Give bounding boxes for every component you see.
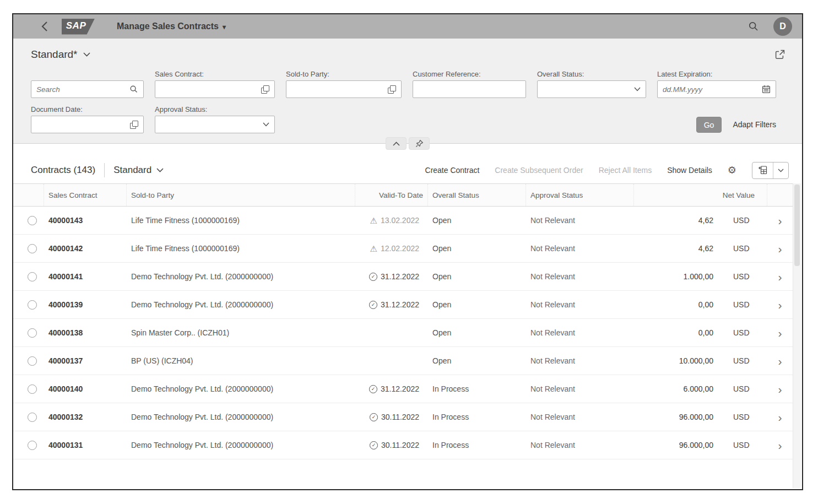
sold-to-party-input[interactable] bbox=[291, 85, 384, 94]
warning-icon bbox=[370, 245, 377, 253]
create-subsequent-order-button[interactable]: Create Subsequent Order bbox=[495, 166, 583, 175]
approval-status-label: Approval Status: bbox=[155, 105, 275, 116]
document-date-input[interactable] bbox=[36, 121, 127, 129]
sales-contract-label: Sales Contract: bbox=[155, 69, 275, 80]
cell-sales-contract: 40000139 bbox=[44, 300, 127, 309]
row-select-radio[interactable] bbox=[28, 413, 37, 422]
header-navigation-column bbox=[767, 184, 793, 206]
check-circle-icon bbox=[370, 413, 378, 421]
row-navigate-icon[interactable] bbox=[778, 243, 782, 254]
table-view-selector[interactable]: Standard bbox=[113, 165, 164, 176]
chevron-down-icon bbox=[156, 168, 164, 172]
table-toolbar: Contracts (143) Standard Create Contract… bbox=[13, 157, 802, 183]
title-dropdown-icon bbox=[223, 21, 226, 31]
export-spreadsheet-icon bbox=[758, 165, 768, 175]
value-help-icon[interactable] bbox=[388, 85, 396, 94]
search-input[interactable] bbox=[36, 85, 126, 94]
cell-approval-status: Not Relevant bbox=[526, 356, 634, 365]
cell-currency: USD bbox=[721, 328, 767, 337]
cell-overall-status: Open bbox=[428, 272, 526, 281]
row-navigate-icon[interactable] bbox=[778, 440, 782, 451]
value-help-icon[interactable] bbox=[261, 85, 269, 94]
table-row[interactable]: 40000137 BP (US) (ICZH04) Open Not Relev… bbox=[13, 347, 793, 375]
share-button[interactable] bbox=[774, 49, 786, 60]
table-row[interactable]: 40000141 Demo Technology Pvt. Ltd. (2000… bbox=[13, 263, 793, 291]
app-title-menu[interactable]: Manage Sales Contracts bbox=[117, 21, 226, 31]
column-header-approval-status[interactable]: Approval Status bbox=[526, 184, 634, 206]
row-navigate-icon[interactable] bbox=[778, 299, 782, 311]
sap-logo-text: SAP bbox=[66, 20, 86, 31]
row-select-radio[interactable] bbox=[28, 441, 37, 450]
cell-sales-contract: 40000132 bbox=[44, 413, 127, 421]
vertical-scrollbar[interactable] bbox=[793, 183, 801, 488]
header-selection-column bbox=[13, 184, 44, 206]
table-row[interactable]: 40000131 Demo Technology Pvt. Ltd. (2000… bbox=[13, 431, 793, 459]
cell-overall-status: Open bbox=[428, 216, 526, 225]
column-header-sold-to-party[interactable]: Sold-to Party bbox=[127, 184, 355, 206]
table-row[interactable]: 40000139 Demo Technology Pvt. Ltd. (2000… bbox=[13, 291, 793, 319]
user-avatar[interactable]: D bbox=[773, 17, 792, 36]
row-navigate-icon[interactable] bbox=[778, 411, 782, 423]
adapt-filters-button[interactable]: Adapt Filters bbox=[733, 117, 776, 133]
row-navigate-icon[interactable] bbox=[778, 271, 782, 283]
back-button[interactable] bbox=[39, 20, 51, 32]
latest-expiration-input[interactable] bbox=[663, 85, 759, 94]
go-button[interactable]: Go bbox=[696, 117, 722, 133]
filter-bar-toggles bbox=[386, 137, 430, 150]
value-help-icon[interactable] bbox=[130, 121, 138, 129]
cell-currency: USD bbox=[721, 384, 767, 393]
row-navigate-icon[interactable] bbox=[778, 355, 782, 367]
table-section: Contracts (143) Standard Create Contract… bbox=[13, 144, 802, 489]
row-select-radio[interactable] bbox=[28, 244, 37, 253]
field-sales-contract: Sales Contract: bbox=[155, 69, 275, 98]
check-circle-icon bbox=[370, 441, 378, 449]
row-select-radio[interactable] bbox=[28, 384, 37, 394]
calendar-icon[interactable] bbox=[762, 85, 771, 94]
row-navigate-icon[interactable] bbox=[778, 215, 782, 226]
scrollbar-thumb[interactable] bbox=[794, 185, 800, 266]
table-row[interactable]: 40000142 Life Time Fitness (1000000169) … bbox=[13, 235, 793, 263]
row-select-radio[interactable] bbox=[28, 272, 37, 281]
table-row[interactable]: 40000143 Life Time Fitness (1000000169) … bbox=[13, 207, 793, 235]
column-header-overall-status[interactable]: Overall Status bbox=[428, 184, 526, 206]
row-select-radio[interactable] bbox=[28, 328, 37, 338]
sales-contract-input[interactable] bbox=[160, 85, 258, 94]
export-menu-button[interactable] bbox=[773, 162, 788, 178]
customer-reference-input[interactable] bbox=[418, 85, 521, 94]
column-header-sales-contract[interactable]: Sales Contract bbox=[44, 184, 127, 206]
sap-logo[interactable]: SAP bbox=[62, 19, 95, 35]
table-row[interactable]: 40000138 Spin Master Corp.. (ICZH01) Ope… bbox=[13, 319, 793, 347]
field-approval-status: Approval Status: bbox=[155, 105, 275, 133]
table-settings-button[interactable] bbox=[728, 165, 736, 175]
overall-status-select[interactable] bbox=[537, 80, 646, 98]
column-header-valid-to-date[interactable]: Valid-To Date bbox=[355, 184, 428, 206]
cell-net-value: 10.000,00 bbox=[634, 356, 721, 365]
row-select-radio[interactable] bbox=[28, 356, 37, 366]
check-circle-icon bbox=[369, 273, 377, 281]
variant-selector[interactable]: Standard* bbox=[31, 48, 90, 61]
valid-to-date-text: 12.02.2022 bbox=[381, 244, 419, 253]
reject-all-items-button[interactable]: Reject All Items bbox=[599, 166, 652, 175]
table-row[interactable]: 40000132 Demo Technology Pvt. Ltd. (2000… bbox=[13, 403, 793, 431]
chevron-down-icon bbox=[263, 122, 269, 127]
cell-sales-contract: 40000138 bbox=[44, 328, 127, 337]
table-row[interactable]: 40000140 Demo Technology Pvt. Ltd. (2000… bbox=[13, 375, 793, 403]
create-contract-button[interactable]: Create Contract bbox=[425, 166, 480, 175]
shell-search-button[interactable] bbox=[748, 21, 759, 32]
search-icon[interactable] bbox=[129, 85, 138, 94]
column-header-net-value[interactable]: Net Value bbox=[634, 184, 767, 206]
row-select-radio[interactable] bbox=[28, 216, 37, 225]
field-latest-expiration: Latest Expiration: bbox=[657, 69, 776, 98]
cell-sold-to-party: Demo Technology Pvt. Ltd. (2000000000) bbox=[127, 413, 355, 421]
collapse-header-button[interactable] bbox=[386, 137, 407, 150]
row-navigate-icon[interactable] bbox=[778, 327, 782, 339]
pin-header-button[interactable] bbox=[409, 137, 430, 150]
cell-sales-contract: 40000131 bbox=[44, 441, 127, 449]
approval-status-select[interactable] bbox=[155, 116, 275, 133]
row-navigate-icon[interactable] bbox=[778, 383, 782, 395]
show-details-button[interactable]: Show Details bbox=[667, 166, 712, 175]
row-select-radio[interactable] bbox=[28, 300, 37, 310]
export-button[interactable] bbox=[752, 162, 773, 178]
field-sold-to-party: Sold-to Party: bbox=[286, 69, 402, 98]
field-search bbox=[31, 69, 144, 98]
